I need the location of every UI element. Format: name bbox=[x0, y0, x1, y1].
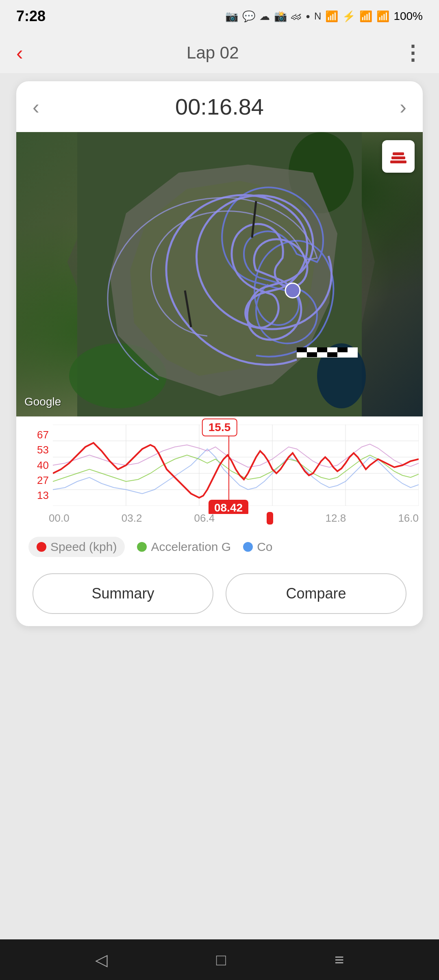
svg-rect-9 bbox=[307, 352, 317, 357]
chart-y-axis: 67 53 40 27 13 bbox=[20, 425, 53, 514]
svg-rect-13 bbox=[390, 160, 406, 163]
bottom-buttons: Summary Compare bbox=[16, 565, 423, 626]
android-recents-button[interactable]: ≡ bbox=[335, 951, 344, 969]
y-label-27: 27 bbox=[28, 474, 49, 487]
page-title: Lap 02 bbox=[187, 43, 239, 63]
lap-time-display: 00:16.84 bbox=[175, 93, 264, 120]
back-button[interactable]: ‹ bbox=[16, 43, 23, 63]
google-watermark: Google bbox=[24, 395, 61, 408]
chart-time-tooltip: 08.42 bbox=[209, 500, 248, 514]
app-bar: ‹ Lap 02 ⋮ bbox=[0, 33, 439, 73]
status-bar: 7:28 📷 💬 ☁ 📸 🏎 ● N 📶 ⚡ 📶 📶 100% bbox=[0, 0, 439, 33]
accel-legend-dot bbox=[137, 542, 147, 552]
main-card: ‹ 00:16.84 › bbox=[16, 81, 423, 626]
map-background: Google bbox=[16, 132, 423, 416]
chart-value-tooltip: 15.5 bbox=[202, 418, 237, 436]
svg-point-4 bbox=[285, 283, 300, 298]
next-lap-button[interactable]: › bbox=[400, 95, 406, 119]
instagram-icon: 📸 bbox=[274, 10, 287, 23]
layers-icon bbox=[388, 146, 409, 167]
lap-time-header: ‹ 00:16.84 › bbox=[16, 81, 423, 132]
co-legend-dot bbox=[243, 542, 253, 552]
compare-button[interactable]: Compare bbox=[226, 573, 406, 614]
cloud-icon: ☁ bbox=[259, 10, 270, 23]
prev-lap-button[interactable]: ‹ bbox=[33, 95, 39, 119]
legend-speed: Speed (kph) bbox=[28, 537, 125, 557]
track-svg bbox=[16, 132, 423, 416]
battery-text: 100% bbox=[393, 10, 423, 23]
status-time: 7:28 bbox=[16, 8, 46, 25]
co-legend-label: Co bbox=[257, 540, 272, 554]
status-icons: 📷 💬 ☁ 📸 🏎 ● N 📶 ⚡ 📶 📶 100% bbox=[225, 10, 423, 23]
track-map[interactable]: Google bbox=[16, 132, 423, 416]
nfc-icon: N bbox=[314, 11, 321, 22]
bluetooth-icon: ⚡ bbox=[342, 10, 355, 23]
y-label-67: 67 bbox=[28, 429, 49, 441]
legend-acceleration: Acceleration G bbox=[137, 540, 231, 554]
legend-co: Co bbox=[243, 540, 272, 554]
y-label-40: 40 bbox=[28, 459, 49, 472]
legend-row: Speed (kph) Acceleration G Co bbox=[16, 529, 423, 565]
layers-button[interactable] bbox=[382, 140, 415, 173]
accel-legend-label: Acceleration G bbox=[151, 540, 231, 554]
svg-rect-10 bbox=[327, 352, 337, 357]
chart-wrapper: 67 53 40 27 13 bbox=[16, 425, 423, 514]
messenger-icon: 💬 bbox=[242, 10, 255, 23]
speed-legend-label: Speed (kph) bbox=[50, 540, 117, 554]
svg-rect-6 bbox=[297, 347, 307, 352]
android-home-button[interactable]: □ bbox=[216, 951, 226, 969]
y-label-53: 53 bbox=[28, 444, 49, 456]
chip-icon: 📶 bbox=[325, 10, 338, 23]
camera-icon: 📷 bbox=[225, 10, 238, 23]
f1-icon: 🏎 bbox=[291, 10, 302, 23]
signal-icon: 📶 bbox=[376, 10, 389, 23]
summary-button[interactable]: Summary bbox=[33, 573, 213, 614]
chart-area[interactable]: 08.42 bbox=[53, 425, 419, 514]
more-menu-button[interactable]: ⋮ bbox=[402, 43, 423, 63]
svg-rect-8 bbox=[337, 347, 348, 352]
speed-legend-dot bbox=[37, 542, 46, 552]
chart-section: 15.5 67 53 40 27 13 bbox=[16, 416, 423, 529]
chart-svg bbox=[53, 425, 419, 506]
svg-rect-15 bbox=[393, 152, 404, 155]
wifi-icon: 📶 bbox=[359, 10, 372, 23]
svg-rect-14 bbox=[391, 156, 405, 159]
dot-icon: ● bbox=[306, 12, 310, 21]
y-label-13: 13 bbox=[28, 489, 49, 502]
svg-rect-7 bbox=[317, 347, 327, 352]
android-back-button[interactable]: ◁ bbox=[95, 950, 108, 969]
nav-bar: ◁ □ ≡ bbox=[0, 939, 439, 980]
